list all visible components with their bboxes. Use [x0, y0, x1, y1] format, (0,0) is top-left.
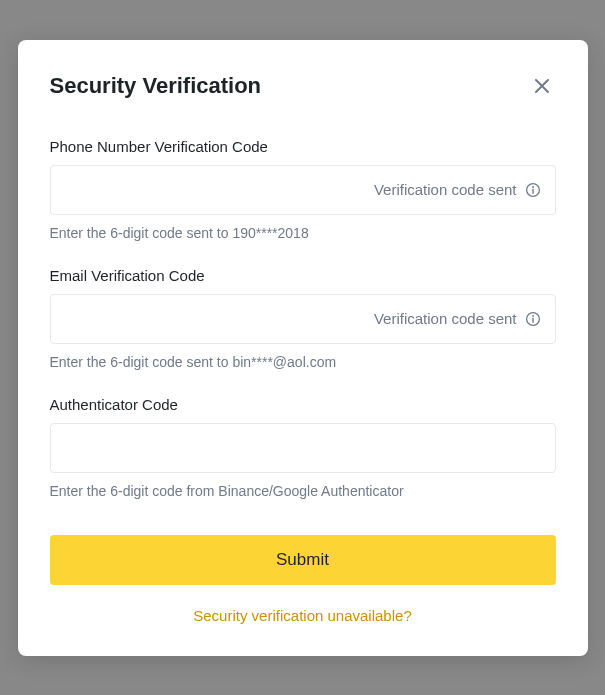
- email-code-sent-text: Verification code sent: [374, 310, 517, 327]
- authenticator-code-input-row: [50, 423, 556, 473]
- phone-code-sent-text: Verification code sent: [374, 181, 517, 198]
- email-code-label: Email Verification Code: [50, 267, 556, 284]
- authenticator-code-help: Enter the 6-digit code from Binance/Goog…: [50, 483, 556, 499]
- phone-code-label: Phone Number Verification Code: [50, 138, 556, 155]
- authenticator-code-group: Authenticator Code Enter the 6-digit cod…: [50, 396, 556, 499]
- svg-rect-5: [532, 317, 533, 322]
- svg-point-4: [532, 315, 534, 317]
- authenticator-code-input[interactable]: [65, 424, 541, 472]
- email-code-help: Enter the 6-digit code sent to bin****@a…: [50, 354, 556, 370]
- close-button[interactable]: [528, 72, 556, 100]
- authenticator-code-label: Authenticator Code: [50, 396, 556, 413]
- phone-code-help: Enter the 6-digit code sent to 190****20…: [50, 225, 556, 241]
- close-icon: [532, 76, 552, 96]
- modal-header: Security Verification: [50, 72, 556, 100]
- email-code-group: Email Verification Code Verification cod…: [50, 267, 556, 370]
- info-icon[interactable]: [525, 182, 541, 198]
- email-code-sent-status: Verification code sent: [374, 310, 541, 327]
- svg-point-1: [532, 186, 534, 188]
- verification-unavailable-link[interactable]: Security verification unavailable?: [50, 607, 556, 624]
- phone-code-group: Phone Number Verification Code Verificat…: [50, 138, 556, 241]
- phone-code-sent-status: Verification code sent: [374, 181, 541, 198]
- phone-code-input-row: Verification code sent: [50, 165, 556, 215]
- modal-title: Security Verification: [50, 73, 262, 99]
- email-code-input-row: Verification code sent: [50, 294, 556, 344]
- security-verification-modal: Security Verification Phone Number Verif…: [18, 40, 588, 656]
- svg-rect-2: [532, 188, 533, 193]
- phone-code-input[interactable]: [65, 166, 374, 214]
- info-icon[interactable]: [525, 311, 541, 327]
- submit-button[interactable]: Submit: [50, 535, 556, 585]
- email-code-input[interactable]: [65, 295, 374, 343]
